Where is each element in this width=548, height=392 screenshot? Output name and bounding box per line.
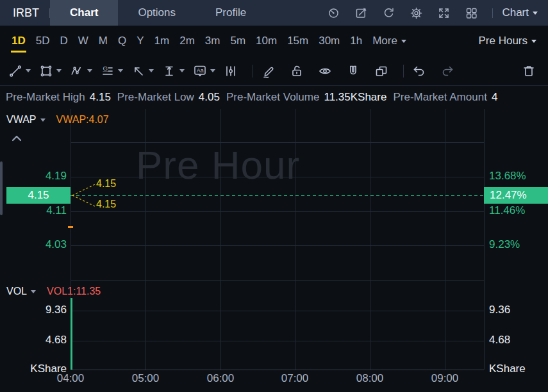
settings-gear-icon[interactable] — [410, 6, 423, 20]
topbar-actions: Chart — [327, 6, 548, 20]
screener-gauge-icon[interactable] — [327, 6, 340, 20]
symbol-ticker[interactable]: IRBT — [13, 6, 39, 20]
volume-axis-label: 9.36 — [0, 304, 67, 316]
time-tick: 05:00 — [120, 372, 171, 385]
edit-layout-icon[interactable] — [354, 6, 368, 20]
session-watermark: Pre Hour — [136, 142, 300, 188]
free-draw-pencil-icon[interactable] — [261, 63, 276, 79]
lock-open-icon[interactable] — [289, 63, 304, 79]
session-label: Pre Hours — [478, 35, 527, 47]
chevron-down-icon — [56, 69, 62, 72]
vol-indicator-toggle[interactable]: VOL — [6, 286, 27, 297]
vwap-indicator-toggle[interactable]: VWAP — [6, 114, 37, 126]
tab-chart[interactable]: Chart — [50, 0, 118, 26]
timeframe-1d[interactable]: 1D — [12, 26, 26, 56]
timeframe-y[interactable]: Y — [137, 26, 144, 56]
vwap-indicator-row: VWAP VWAP:4.07 — [6, 114, 109, 126]
premarket-high-value: 4.15 — [90, 91, 111, 104]
chart-area[interactable]: Pre Hour VWAP VWAP:4.07 4.19 4.15 4.11 4… — [0, 109, 548, 392]
timeframe-15m[interactable]: 15m — [287, 26, 308, 56]
timeframe-1h[interactable]: 1h — [350, 26, 362, 56]
timeframe-5d[interactable]: 5D — [36, 26, 50, 56]
fullscreen-icon[interactable] — [437, 6, 451, 20]
volume-axis-label: 4.68 — [489, 334, 510, 347]
drawing-toolbar: G Aa — [0, 56, 548, 86]
text-note-tool[interactable]: Aa — [192, 63, 215, 79]
timeframe-3m[interactable]: 3m — [205, 26, 220, 56]
current-price-label: 4.15 — [6, 187, 71, 204]
chevron-down-icon — [533, 12, 538, 15]
price-axis-label: 4.11 — [0, 204, 67, 217]
timeframe-30m[interactable]: 30m — [319, 26, 340, 56]
chevron-down-icon — [26, 69, 31, 72]
timeframe-2m[interactable]: 2m — [179, 26, 195, 56]
undo-icon[interactable] — [411, 63, 427, 79]
premarket-low-label: Pre-Market Low — [117, 91, 194, 104]
divider — [492, 8, 493, 18]
chevron-down-icon — [31, 290, 36, 293]
trend-line-tool[interactable] — [8, 63, 31, 79]
time-tick: 06:00 — [195, 372, 246, 385]
volume-axis-label: 9.36 — [489, 304, 510, 316]
current-percent-label: 12.47% — [484, 187, 548, 204]
premarket-info-bar: Pre-Market High 4.15 Pre-Market Low 4.05… — [0, 86, 548, 109]
chart-menu-label: Chart — [502, 6, 529, 19]
time-tick: 08:00 — [344, 372, 395, 385]
volume-axis-label: 4.68 — [0, 334, 67, 347]
magnet-icon[interactable] — [345, 63, 361, 79]
redo-icon[interactable] — [440, 63, 455, 79]
multi-chart-grid-icon[interactable] — [465, 6, 478, 20]
price-axis-label: 4.19 — [0, 170, 67, 183]
gann-fibonacci-tool[interactable]: G — [100, 63, 123, 79]
chart-type-menu[interactable]: Chart — [502, 6, 538, 19]
delete-trash-icon[interactable] — [521, 63, 536, 79]
chevron-down-icon — [87, 69, 92, 72]
timeframe-1m[interactable]: 1m — [154, 26, 170, 56]
tab-options[interactable]: Options — [118, 0, 195, 26]
timeframe-more-menu[interactable]: More — [372, 26, 406, 56]
chevron-down-icon — [401, 40, 406, 43]
vol-value: VOL1:11.35 — [47, 286, 101, 297]
top-bar: IRBT Chart Options Profile — [0, 0, 548, 26]
timeframe-w[interactable]: W — [78, 26, 88, 56]
volume-profile-tool[interactable] — [223, 63, 238, 79]
tab-profile[interactable]: Profile — [195, 0, 266, 26]
shapes-tool[interactable] — [38, 63, 62, 79]
more-label: More — [372, 35, 397, 47]
ask-pointer-line — [72, 184, 95, 195]
volume-axis-unit: KShare — [489, 363, 526, 375]
premarket-volume-label: Pre-Market Volume — [226, 91, 320, 104]
volume-bar — [71, 298, 72, 370]
timeframe-10m[interactable]: 10m — [256, 26, 277, 56]
visibility-eye-icon[interactable] — [317, 63, 333, 79]
gann-glyph: G — [103, 65, 108, 72]
divider — [253, 65, 253, 78]
timeframe-bar: 1D 5D D W M Q Y 1m 2m 3m 5m 10m 15m 30m … — [0, 26, 548, 56]
premarket-amount-value: 4 — [492, 91, 497, 104]
vwap-value: VWAP:4.07 — [56, 114, 109, 126]
time-tick: 09:00 — [419, 372, 470, 385]
chevron-down-icon — [210, 69, 215, 72]
premarket-low-value: 4.05 — [199, 91, 220, 104]
timeframe-q[interactable]: Q — [118, 26, 126, 56]
premarket-high-label: Pre-Market High — [6, 91, 85, 104]
premarket-volume-value: 11.35KShare — [324, 91, 386, 104]
arrow-tool[interactable] — [131, 63, 154, 79]
ask-price-label: 4.15 — [96, 178, 116, 190]
price-axis-label: 4.03 — [0, 238, 67, 251]
chevron-down-icon — [531, 40, 536, 43]
duplicate-icon[interactable] — [374, 63, 389, 79]
time-tick: 04:00 — [45, 372, 96, 385]
refresh-icon[interactable] — [382, 6, 395, 20]
timeframe-5m[interactable]: 5m — [230, 26, 245, 56]
premarket-amount-label: Pre-Market Amount — [393, 91, 486, 104]
waves-tool[interactable] — [69, 63, 92, 79]
vol-indicator-row: VOL VOL1:11.35 — [6, 286, 101, 297]
chevron-down-icon — [179, 69, 185, 72]
price-range-tool[interactable] — [162, 63, 185, 79]
bid-price-label: 4.15 — [96, 199, 116, 210]
timeframe-d[interactable]: D — [60, 26, 67, 56]
timeframe-m[interactable]: M — [99, 26, 108, 56]
session-selector[interactable]: Pre Hours — [478, 35, 536, 47]
collapse-panel-chevron-up-icon[interactable] — [10, 133, 23, 146]
